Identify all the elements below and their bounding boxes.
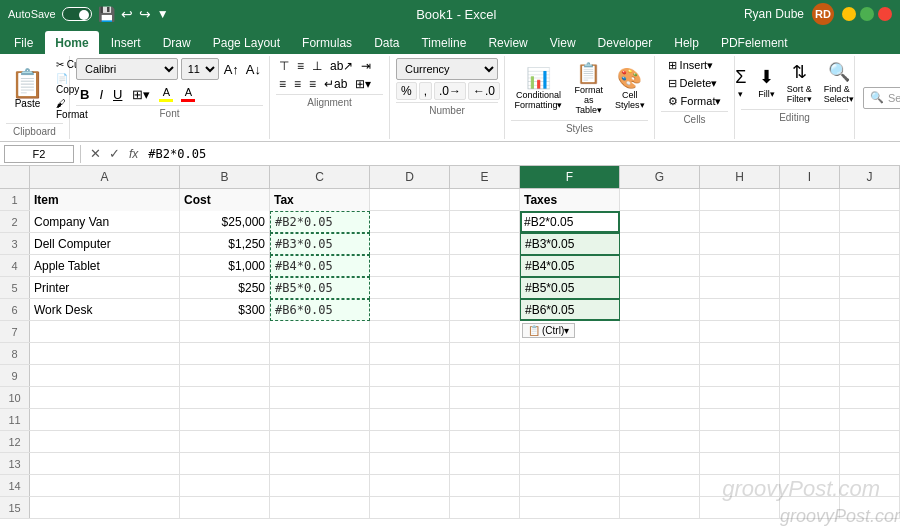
more-tools-icon[interactable]: ▼ (157, 7, 169, 21)
row-num-6[interactable]: 6 (0, 299, 30, 320)
cell-H3[interactable] (700, 233, 780, 255)
sum-button[interactable]: Σ ▾ (730, 64, 751, 102)
autosave-toggle[interactable] (62, 7, 92, 21)
col-header-D[interactable]: D (370, 166, 450, 188)
col-header-H[interactable]: H (700, 166, 780, 188)
indent-increase-button[interactable]: ⇥ (358, 58, 374, 74)
number-format-select[interactable]: Currency General Number Percentage Text (396, 58, 498, 80)
row-num-4[interactable]: 4 (0, 255, 30, 276)
cell-G1[interactable] (620, 189, 700, 211)
align-left-button[interactable]: ≡ (276, 76, 289, 92)
underline-button[interactable]: U (109, 86, 126, 103)
cell-A5[interactable]: Printer (30, 277, 180, 299)
insert-button[interactable]: ⊞ Insert▾ (664, 58, 726, 73)
cell-A6[interactable]: Work Desk (30, 299, 180, 321)
cell-E3[interactable] (450, 233, 520, 255)
tab-data[interactable]: Data (364, 31, 409, 54)
cell-I6[interactable] (780, 299, 840, 321)
tab-page-layout[interactable]: Page Layout (203, 31, 290, 54)
wrap-text-button[interactable]: ↵ab (321, 76, 350, 92)
tab-pdfelement[interactable]: PDFelement (711, 31, 798, 54)
cell-C3[interactable]: #B3*0.05 (270, 233, 370, 255)
delete-button[interactable]: ⊟ Delete▾ (664, 76, 726, 91)
cell-A1[interactable]: Item (30, 189, 180, 211)
align-bottom-button[interactable]: ⊥ (309, 58, 325, 74)
percent-button[interactable]: % (396, 82, 417, 100)
cell-D2[interactable] (370, 211, 450, 233)
decimal-decrease-button[interactable]: ←.0 (468, 82, 500, 100)
cell-J5[interactable] (840, 277, 900, 299)
align-top-button[interactable]: ⊤ (276, 58, 292, 74)
cell-I5[interactable] (780, 277, 840, 299)
cell-F3[interactable]: #B3*0.05 (520, 233, 620, 255)
close-button[interactable] (878, 7, 892, 21)
sort-filter-button[interactable]: ⇅ Sort &Filter▾ (782, 58, 817, 107)
cell-H4[interactable] (700, 255, 780, 277)
cell-G4[interactable] (620, 255, 700, 277)
cell-H1[interactable] (700, 189, 780, 211)
tab-review[interactable]: Review (478, 31, 537, 54)
col-header-F[interactable]: F (520, 166, 620, 188)
cell-B4[interactable]: $1,000 (180, 255, 270, 277)
cell-E6[interactable] (450, 299, 520, 321)
tab-timeline[interactable]: Timeline (411, 31, 476, 54)
maximize-button[interactable] (860, 7, 874, 21)
tab-insert[interactable]: Insert (101, 31, 151, 54)
cell-D5[interactable] (370, 277, 450, 299)
cell-D1[interactable] (370, 189, 450, 211)
tab-developer[interactable]: Developer (588, 31, 663, 54)
cell-E5[interactable] (450, 277, 520, 299)
formula-input[interactable] (144, 147, 896, 161)
cell-C5[interactable]: #B5*0.05 (270, 277, 370, 299)
cell-I2[interactable] (780, 211, 840, 233)
comma-button[interactable]: , (419, 82, 432, 100)
cell-H6[interactable] (700, 299, 780, 321)
cell-J6[interactable] (840, 299, 900, 321)
undo-icon[interactable]: ↩ (121, 6, 133, 22)
format-button[interactable]: ⚙ Format▾ (664, 94, 726, 109)
font-decrease-button[interactable]: A↓ (244, 62, 263, 77)
col-header-J[interactable]: J (840, 166, 900, 188)
cell-J7[interactable] (840, 321, 900, 343)
font-color-button[interactable]: A (178, 85, 198, 103)
cell-G6[interactable] (620, 299, 700, 321)
row-num-5[interactable]: 5 (0, 277, 30, 298)
tab-file[interactable]: File (4, 31, 43, 54)
cell-F5[interactable]: #B5*0.05 (520, 277, 620, 299)
border-button[interactable]: ⊞▾ (128, 86, 154, 103)
cell-B7[interactable] (180, 321, 270, 343)
paste-button[interactable]: 📋 Paste (6, 66, 49, 113)
row-num-3[interactable]: 3 (0, 233, 30, 254)
decimal-increase-button[interactable]: .0→ (434, 82, 466, 100)
cell-E2[interactable] (450, 211, 520, 233)
cell-A4[interactable]: Apple Tablet (30, 255, 180, 277)
cell-I1[interactable] (780, 189, 840, 211)
font-increase-button[interactable]: A↑ (222, 62, 241, 77)
cell-F4[interactable]: #B4*0.05 (520, 255, 620, 277)
col-header-G[interactable]: G (620, 166, 700, 188)
font-family-select[interactable]: Calibri (76, 58, 178, 80)
cell-D6[interactable] (370, 299, 450, 321)
cell-G5[interactable] (620, 277, 700, 299)
cell-G2[interactable] (620, 211, 700, 233)
user-avatar[interactable]: RD (812, 3, 834, 25)
cancel-formula-button[interactable]: ✕ (87, 146, 104, 161)
cell-D3[interactable] (370, 233, 450, 255)
col-header-I[interactable]: I (780, 166, 840, 188)
tab-view[interactable]: View (540, 31, 586, 54)
confirm-formula-button[interactable]: ✓ (106, 146, 123, 161)
cell-F7[interactable]: 📋 (Ctrl)▾ (520, 321, 620, 343)
col-header-C[interactable]: C (270, 166, 370, 188)
cell-I3[interactable] (780, 233, 840, 255)
cell-H2[interactable] (700, 211, 780, 233)
font-size-select[interactable]: 11 (181, 58, 219, 80)
cell-J4[interactable] (840, 255, 900, 277)
redo-icon[interactable]: ↪ (139, 6, 151, 22)
col-header-B[interactable]: B (180, 166, 270, 188)
cell-C4[interactable]: #B4*0.05 (270, 255, 370, 277)
bold-button[interactable]: B (76, 86, 93, 103)
tab-draw[interactable]: Draw (153, 31, 201, 54)
cell-B3[interactable]: $1,250 (180, 233, 270, 255)
find-select-button[interactable]: 🔍 Find &Select▾ (819, 58, 859, 107)
cell-J1[interactable] (840, 189, 900, 211)
